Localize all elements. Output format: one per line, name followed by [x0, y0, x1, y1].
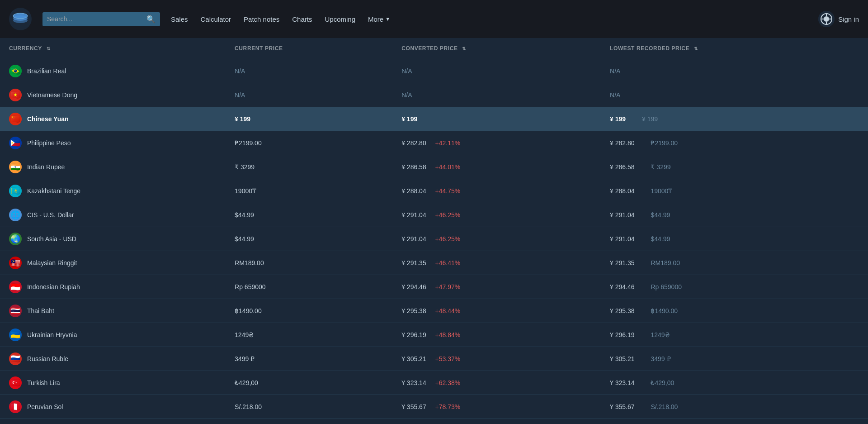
lowest-price-0: N/A	[601, 59, 868, 83]
nav-more[interactable]: More ▼	[368, 15, 390, 23]
table-row[interactable]: 🇨🇳 Chinese Yuan ¥ 199 ¥ 199 ¥ 199 ¥ 199	[0, 107, 868, 131]
table-row[interactable]: 🇧🇷 Brazilian Real N/A N/A N/A	[0, 59, 868, 83]
lowest-orig: ¥ 199	[642, 115, 658, 123]
lowest-orig: 1249₴	[651, 331, 670, 338]
table-row[interactable]: 🌐 CIS - U.S. Dollar $44.99 ¥ 291.04 +46.…	[0, 203, 868, 227]
lowest-orig: RM189.00	[651, 259, 680, 267]
converted-price-15: ¥ 362.01 +81.92%	[392, 419, 601, 424]
logo[interactable]	[9, 8, 32, 30]
currency-cell-15: 🇨🇴 Colombian Peso	[0, 419, 226, 424]
nav-more-label: More	[368, 15, 383, 23]
table-row[interactable]: 🇮🇳 Indian Rupee ₹ 3299 ¥ 286.58 +44.01% …	[0, 155, 868, 179]
table-row[interactable]: 🌏 South Asia - USD $44.99 ¥ 291.04 +46.2…	[0, 227, 868, 251]
lowest-price-5: ¥ 288.04 19000₸	[601, 179, 868, 203]
current-price-8: RM189.00	[226, 251, 392, 275]
currency-name: Peruvian Sol	[27, 403, 63, 410]
converted-diff: +48.44%	[435, 307, 461, 314]
lowest-price-10: ¥ 295.38 ฿1490.00	[601, 299, 868, 323]
search-bar: 🔍	[42, 12, 160, 26]
converted-price-1: N/A	[392, 83, 601, 107]
lowest-orig: ฿1490.00	[651, 307, 678, 314]
currency-cell-9: 🇮🇩 Indonesian Rupiah	[0, 275, 226, 299]
col-current-price[interactable]: CURRENT PRICE	[226, 38, 392, 59]
converted-price-10: ¥ 295.38 +48.44%	[392, 299, 601, 323]
currency-name: Kazakhstani Tenge	[27, 187, 80, 195]
lowest-orig: ₺429,00	[651, 379, 674, 386]
lowest-price-9: ¥ 294.46 Rp 659000	[601, 275, 868, 299]
steam-icon	[818, 11, 835, 27]
currency-name: South Asia - USD	[27, 235, 76, 243]
currency-cell-4: 🇮🇳 Indian Rupee	[0, 155, 226, 179]
converted-diff: +48.84%	[435, 331, 461, 338]
nav-upcoming[interactable]: Upcoming	[325, 15, 355, 23]
table-row[interactable]: 🇹🇷 Turkish Lira ₺429,00 ¥ 323.14 +62.38%…	[0, 371, 868, 395]
lowest-price-3: ¥ 282.80 ₱2199.00	[601, 131, 868, 155]
table-header-row: CURRENCY ⇅ CURRENT PRICE CONVERTED PRICE…	[0, 38, 868, 59]
header: 🔍 Sales Calculator Patch notes Charts Up…	[0, 0, 868, 38]
converted-diff: +47.97%	[435, 283, 461, 291]
nav-calculator[interactable]: Calculator	[201, 15, 231, 23]
currency-name: Thai Baht	[27, 307, 54, 314]
col-converted-price[interactable]: CONVERTED PRICE ⇅	[392, 38, 601, 59]
table-container: CURRENCY ⇅ CURRENT PRICE CONVERTED PRICE…	[0, 38, 868, 424]
lowest-price-6: ¥ 291.04 $44.99	[601, 203, 868, 227]
flag-icon: 🌏	[9, 233, 22, 245]
lowest-orig: ₹ 3299	[651, 163, 670, 171]
table-row[interactable]: 🇲🇾 Malaysian Ringgit RM189.00 ¥ 291.35 +…	[0, 251, 868, 275]
table-row[interactable]: 🇵🇪 Peruvian Sol S/.218.00 ¥ 355.67 +78.7…	[0, 395, 868, 419]
lowest-orig: $44.99	[651, 235, 670, 243]
col-currency[interactable]: CURRENCY ⇅	[0, 38, 226, 59]
nav-links: Sales Calculator Patch notes Charts Upco…	[171, 15, 807, 23]
currency-name: Indonesian Rupiah	[27, 283, 80, 291]
signin-button[interactable]: Sign in	[818, 11, 859, 27]
current-price-2: ¥ 199	[226, 107, 392, 131]
currency-name: Brazilian Real	[27, 67, 66, 75]
converted-price-4: ¥ 286.58 +44.01%	[392, 155, 601, 179]
converted-price-5: ¥ 288.04 +44.75%	[392, 179, 601, 203]
nav-patchnotes[interactable]: Patch notes	[244, 15, 279, 23]
converted-price-12: ¥ 305.21 +53.37%	[392, 347, 601, 371]
converted-price-13: ¥ 323.14 +62.38%	[392, 371, 601, 395]
chevron-down-icon: ▼	[385, 16, 390, 22]
current-price-7: $44.99	[226, 227, 392, 251]
table-row[interactable]: 🇮🇩 Indonesian Rupiah Rp 659000 ¥ 294.46 …	[0, 275, 868, 299]
flag-icon: 🇹🇷	[9, 376, 22, 389]
currency-name: Turkish Lira	[27, 379, 60, 386]
currency-cell-13: 🇹🇷 Turkish Lira	[0, 371, 226, 395]
nav-charts[interactable]: Charts	[292, 15, 312, 23]
converted-diff: +46.41%	[435, 259, 461, 267]
col-lowest-price[interactable]: LOWEST RECORDED PRICE ⇅	[601, 38, 868, 59]
converted-price-14: ¥ 355.67 +78.73%	[392, 395, 601, 419]
table-row[interactable]: 🇨🇴 Colombian Peso COL$ 213309 ¥ 362.01 +…	[0, 419, 868, 424]
converted-diff: +44.01%	[435, 163, 461, 171]
current-price-3: ₱2199.00	[226, 131, 392, 155]
converted-price-7: ¥ 291.04 +46.25%	[392, 227, 601, 251]
table-row[interactable]: 🇰🇿 Kazakhstani Tenge 19000₸ ¥ 288.04 +44…	[0, 179, 868, 203]
converted-price-8: ¥ 291.35 +46.41%	[392, 251, 601, 275]
nav-sales[interactable]: Sales	[171, 15, 188, 23]
converted-price-9: ¥ 294.46 +47.97%	[392, 275, 601, 299]
currency-cell-14: 🇵🇪 Peruvian Sol	[0, 395, 226, 419]
lowest-orig: $44.99	[651, 211, 670, 219]
current-price-0: N/A	[226, 59, 392, 83]
search-icon[interactable]: 🔍	[146, 15, 156, 24]
table-row[interactable]: 🇺🇦 Ukrainian Hryvnia 1249₴ ¥ 296.19 +48.…	[0, 323, 868, 347]
table-row[interactable]: 🇵🇭 Philippine Peso ₱2199.00 ¥ 282.80 +42…	[0, 131, 868, 155]
currency-cell-12: 🇷🇺 Russian Ruble	[0, 347, 226, 371]
sort-arrows-converted: ⇅	[462, 46, 466, 51]
currency-name: Vietnamese Dong	[27, 91, 77, 99]
flag-icon: 🇵🇪	[9, 400, 22, 413]
flag-icon: 🇨🇳	[9, 113, 22, 125]
converted-diff: +53.37%	[435, 355, 461, 362]
table-row[interactable]: 🇻🇳 Vietnamese Dong N/A N/A N/A	[0, 83, 868, 107]
sort-arrows-currency: ⇅	[47, 46, 51, 51]
table-row[interactable]: 🇹🇭 Thai Baht ฿1490.00 ¥ 295.38 +48.44% ¥…	[0, 299, 868, 323]
currency-name: Russian Ruble	[27, 355, 68, 362]
converted-diff: +42.11%	[435, 139, 461, 147]
signin-label: Sign in	[838, 15, 859, 23]
current-price-1: N/A	[226, 83, 392, 107]
converted-price-6: ¥ 291.04 +46.25%	[392, 203, 601, 227]
search-input[interactable]	[47, 15, 143, 23]
converted-diff: +44.75%	[435, 187, 461, 195]
table-row[interactable]: 🇷🇺 Russian Ruble 3499 ₽ ¥ 305.21 +53.37%…	[0, 347, 868, 371]
